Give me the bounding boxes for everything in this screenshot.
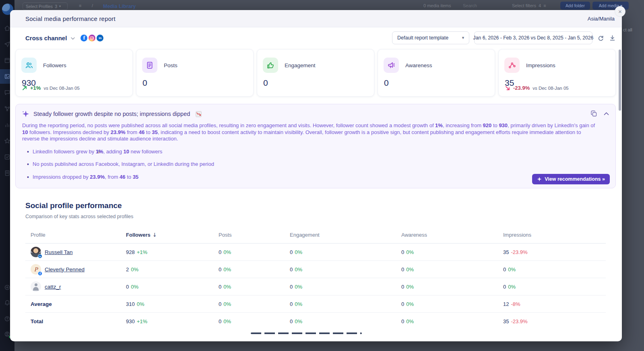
list-view-icon[interactable]: ≡ xyxy=(79,3,81,8)
metric-cards-row: Followers 930 +1% vs Dec 08-Jan 05 Posts… xyxy=(15,49,616,97)
metric-card-followers: Followers 930 +1% vs Dec 08-Jan 05 xyxy=(15,49,133,97)
engagement-value: 0 xyxy=(290,249,293,255)
select-profiles-dropdown[interactable]: Select Profiles 3 ▾ xyxy=(23,2,68,10)
date-range-picker[interactable]: Jan 6, 2026 - Feb 3, 2026 vs Dec 8, 2025… xyxy=(474,31,592,44)
collapse-chevron-up-icon[interactable] xyxy=(604,112,609,116)
engagement-delta: 0% xyxy=(295,318,302,324)
calendar-icon[interactable] xyxy=(4,57,10,64)
analytics-bars-icon[interactable] xyxy=(4,122,10,128)
posts-delta: 0% xyxy=(223,284,231,290)
followers-delta: 0% xyxy=(131,284,138,290)
engagement-delta: 0% xyxy=(295,301,302,307)
column-header-engagement[interactable]: Engagement xyxy=(290,232,401,238)
reviews-star-icon[interactable] xyxy=(4,138,10,144)
engagement-value: 0 xyxy=(290,266,293,273)
metric-card-engagement: Engagement 0 xyxy=(257,49,374,97)
modal-header: Social media performance report Asia/Man… xyxy=(10,10,622,27)
ai-highlight-item: Impressions dropped by 23.9%, from 46 to… xyxy=(22,174,609,180)
select-caret-icon: ▼ xyxy=(461,36,465,40)
ai-summary-paragraph: During the reporting period, no posts we… xyxy=(22,122,599,142)
channel-selector[interactable]: Cross channel xyxy=(25,35,67,41)
awareness-value: 0 xyxy=(401,266,404,273)
copy-icon[interactable] xyxy=(590,110,597,117)
metric-label: Engagement xyxy=(285,62,316,68)
download-icon[interactable] xyxy=(609,35,616,41)
avatar-placeholder xyxy=(31,281,41,292)
timezone-label: Asia/Manila xyxy=(588,16,615,22)
followers-delta: +1% xyxy=(137,249,147,255)
metric-card-impressions: Impressions 35 -23.9% vs Dec 08-Jan 05 xyxy=(498,49,616,97)
awareness-value: 0 xyxy=(401,284,404,290)
column-header-followers-sorted[interactable]: Followers↓ xyxy=(126,232,219,238)
report-toolbar: Cross channel f in Default report templa… xyxy=(10,27,622,48)
impressions-scatter-icon xyxy=(504,58,520,73)
search-input[interactable]: Search xyxy=(463,3,477,8)
trend-up-arrow-icon xyxy=(22,85,27,91)
posts-delta: 0% xyxy=(223,249,231,255)
modal-scrollbar[interactable] xyxy=(619,50,621,111)
comments-icon[interactable] xyxy=(4,89,10,96)
posts-document-icon xyxy=(142,58,157,73)
impressions-delta: -23.9% xyxy=(511,318,527,324)
impressions-delta: -8% xyxy=(511,301,520,307)
column-header-awareness[interactable]: Awareness xyxy=(401,232,503,238)
profile-link[interactable]: cattz_r xyxy=(45,284,61,290)
chevron-down-icon xyxy=(71,37,75,40)
sort-descending-icon: ↓ xyxy=(153,232,157,238)
ai-summary-title: Steady follower growth despite no posts;… xyxy=(33,111,190,117)
comparison-period: vs Dec 08-Jan 05 xyxy=(533,86,569,91)
home-icon[interactable] xyxy=(4,25,10,31)
media-library-image-icon[interactable] xyxy=(4,73,10,80)
share-nodes-icon[interactable] xyxy=(4,105,10,112)
engagement-value: 0 xyxy=(290,318,293,324)
notes-document-icon[interactable] xyxy=(4,170,10,176)
select-filters-control[interactable]: Select filters 4 ≡ xyxy=(512,3,546,8)
column-header-impressions[interactable]: Impressions xyxy=(503,232,606,238)
followers-delta: 0% xyxy=(131,266,138,273)
help-icon[interactable] xyxy=(4,316,10,322)
section-subtitle: Comparison of key stats across selected … xyxy=(25,214,616,219)
chart-decreasing-emoji xyxy=(196,111,202,117)
column-header-posts[interactable]: Posts xyxy=(219,232,290,238)
awareness-delta: 0% xyxy=(406,301,414,307)
posts-value: 0 xyxy=(219,301,221,307)
facebook-badge-icon: f xyxy=(38,271,42,276)
followers-people-icon xyxy=(21,58,37,73)
engagement-delta: 0% xyxy=(295,284,302,290)
table-row: in Russell Tan 928+1% 00% 00% 00% 35-23.… xyxy=(25,244,606,261)
engagement-value: 0 xyxy=(290,301,293,307)
chevron-down-icon: ▾ xyxy=(59,4,61,8)
impressions-delta: 0% xyxy=(508,266,516,273)
template-select-value: Default report template xyxy=(397,35,448,41)
posts-value: 0 xyxy=(219,318,221,324)
media-items-count: 0 media items xyxy=(423,3,451,8)
followers-delta: 0% xyxy=(137,301,144,307)
engagement-thumbsup-icon xyxy=(263,58,278,73)
publish-send-icon[interactable] xyxy=(4,41,10,47)
awareness-delta: 0% xyxy=(406,249,414,255)
followers-value: 928 xyxy=(126,249,135,255)
refresh-icon[interactable] xyxy=(597,35,604,41)
divider-slash: / xyxy=(92,3,93,8)
awareness-delta: 0% xyxy=(406,318,414,324)
approvals-check-icon[interactable] xyxy=(4,154,10,160)
instagram-icon xyxy=(89,35,95,41)
awareness-value: 0 xyxy=(401,301,404,307)
posts-value: 0 xyxy=(219,266,221,273)
profile-link[interactable]: Cleverly Penned xyxy=(45,266,85,273)
select-all-clipped-label[interactable]: ct all xyxy=(623,27,632,32)
profile-link[interactable]: Russell Tan xyxy=(45,249,73,255)
add-circle-icon[interactable] xyxy=(4,284,10,291)
posts-value: 0 xyxy=(219,249,221,255)
view-recommendations-button[interactable]: View recommendations » xyxy=(532,174,610,184)
metric-delta: +1% xyxy=(30,85,41,91)
awareness-value: 0 xyxy=(401,318,404,324)
sparkle-icon xyxy=(537,177,542,182)
posts-delta: 0% xyxy=(223,266,231,273)
close-icon[interactable]: × xyxy=(615,6,625,17)
notifications-bell-icon[interactable] xyxy=(4,299,10,306)
column-header-profile[interactable]: Profile xyxy=(25,232,126,238)
report-template-select[interactable]: Default report template ▼ xyxy=(392,31,469,44)
table-row: Pf Cleverly Penned 20% 00% 00% 00% 00% xyxy=(25,261,606,278)
add-folder-button[interactable]: Add folder xyxy=(560,2,590,10)
